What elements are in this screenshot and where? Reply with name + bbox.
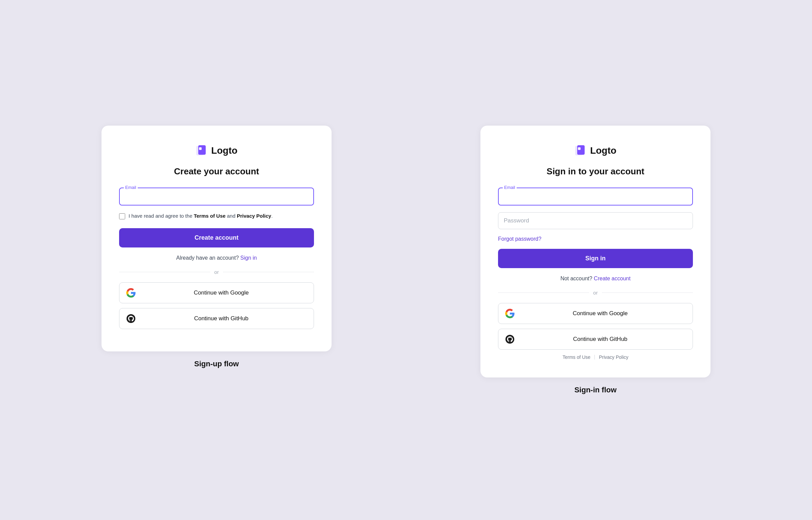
signin-email-group: Email [498,188,693,206]
footer-divider [594,355,595,360]
signin-password-wrapper [498,212,693,229]
signup-logo-text: Logto [211,145,238,156]
create-account-button[interactable]: Create account [119,228,314,247]
signup-github-icon [126,314,136,323]
signup-divider-line-left [119,272,210,272]
signup-signin-row: Already have an account? Sign in [119,255,314,261]
signup-logo-area: Logto [119,145,314,157]
signup-terms-label: I have read and agree to the Terms of Us… [129,212,273,220]
signup-google-icon [126,288,136,298]
signin-email-wrapper: Email [498,188,693,206]
signup-email-group: Email [119,188,314,206]
privacy-policy-link[interactable]: Privacy Policy [237,213,271,219]
signup-logo-icon [196,145,208,157]
signin-github-label: Continue with GitHub [515,336,686,343]
signin-not-account-text: Not account? [560,276,592,281]
signin-flow-label: Sign-in flow [574,386,617,394]
footer-links: Terms of Use Privacy Policy [498,354,693,360]
signin-logo-icon [574,145,587,157]
signin-card: Logto Sign in to your account Email Forg… [480,126,710,378]
signup-github-label: Continue with GitHub [136,315,307,322]
signup-terms-row: I have read and agree to the Terms of Us… [119,212,314,220]
signin-google-button[interactable]: Continue with Google [498,303,693,324]
signup-email-wrapper: Email [119,188,314,206]
signin-divider-text: or [593,290,597,296]
signup-signin-link[interactable]: Sign in [240,255,257,261]
svg-rect-6 [578,147,581,150]
signin-password-group [498,212,693,229]
signup-already-text: Already have an account? [176,255,239,261]
signin-logo-area: Logto [498,145,693,157]
signup-title: Create your account [119,166,314,177]
signin-create-row: Not account? Create account [498,276,693,282]
signup-flow-column: Logto Create your account Email I have r… [34,126,399,368]
signup-divider-line-right [223,272,314,272]
signin-divider-line-left [498,292,589,293]
signin-google-icon [505,309,515,318]
signup-github-button[interactable]: Continue with GitHub [119,308,314,329]
signup-divider-text: or [214,269,219,275]
terms-of-use-link[interactable]: Terms of Use [194,213,226,219]
privacy-policy-footer-link[interactable]: Privacy Policy [599,354,628,360]
svg-point-3 [127,314,135,323]
svg-rect-5 [577,145,585,155]
signup-flow-label: Sign-up flow [194,360,239,368]
terms-of-use-footer-link[interactable]: Terms of Use [563,354,590,360]
forgot-password-link[interactable]: Forgot password? [498,236,693,242]
signin-github-button[interactable]: Continue with GitHub [498,329,693,350]
signin-github-icon [505,334,515,344]
svg-rect-1 [198,145,206,155]
signup-divider: or [119,269,314,275]
signup-terms-checkbox[interactable] [119,213,125,219]
signup-google-button[interactable]: Continue with Google [119,282,314,303]
signin-title: Sign in to your account [498,166,693,177]
signin-flow-column: Logto Sign in to your account Email Forg… [413,126,778,395]
sign-in-button[interactable]: Sign in [498,249,693,268]
signin-email-input[interactable] [503,191,687,202]
signin-divider-line-right [602,292,693,293]
signin-email-label: Email [503,185,517,190]
svg-rect-2 [199,147,202,150]
svg-point-7 [505,335,514,344]
signup-card: Logto Create your account Email I have r… [102,126,332,351]
signup-email-label: Email [124,185,138,190]
signin-divider: or [498,290,693,296]
signup-email-input[interactable] [125,191,309,202]
signin-google-label: Continue with Google [515,310,686,317]
page-wrapper: Logto Create your account Email I have r… [34,126,778,395]
signin-logo-text: Logto [590,145,616,156]
signin-create-account-link[interactable]: Create account [594,276,631,281]
signup-google-label: Continue with Google [136,289,307,296]
signin-password-input[interactable] [504,217,687,224]
